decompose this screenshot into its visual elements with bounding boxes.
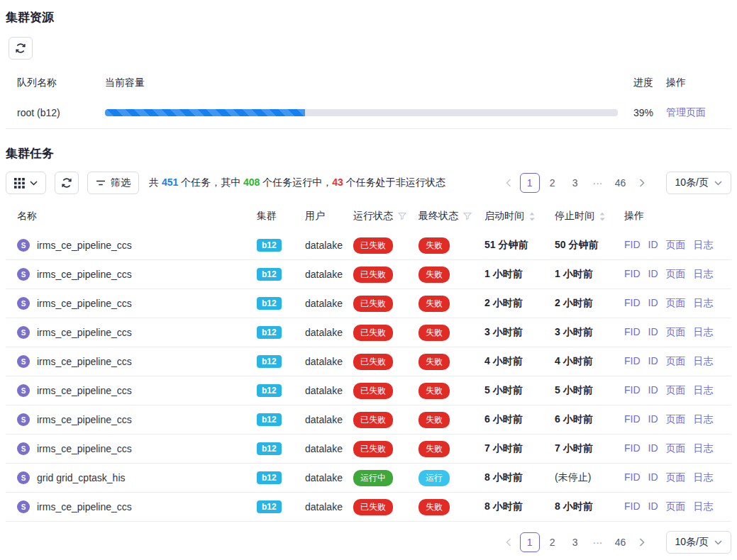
action-link-页面[interactable]: 页面 <box>666 355 686 368</box>
action-link-页面[interactable]: 页面 <box>666 471 686 484</box>
action-link-fid[interactable]: FID <box>624 326 641 339</box>
stop-time-cell: 7 小时前 <box>555 442 624 455</box>
action-link-页面[interactable]: 页面 <box>666 442 686 455</box>
task-avatar: S <box>17 326 30 339</box>
row-actions: FIDID页面日志 <box>624 442 720 455</box>
stop-time-cell: 4 小时前 <box>555 355 624 368</box>
manage-page-link[interactable]: 管理页面 <box>666 106 706 118</box>
page-size-select[interactable]: 10条/页 <box>666 172 731 194</box>
final-status-cell: 失败 <box>419 383 484 399</box>
chevron-left-icon[interactable] <box>500 173 517 193</box>
action-link-id[interactable]: ID <box>648 500 658 513</box>
user-cell: datalake <box>305 356 353 367</box>
task-avatar: S <box>17 297 30 310</box>
action-link-fid[interactable]: FID <box>624 384 641 397</box>
page-button-2[interactable]: 2 <box>543 532 563 552</box>
action-link-id[interactable]: ID <box>648 384 658 397</box>
action-link-日志[interactable]: 日志 <box>694 442 714 455</box>
user-cell: datalake <box>305 472 353 483</box>
start-time-cell: 5 小时前 <box>484 384 555 397</box>
stats-label: 个任务运行中， <box>260 177 332 188</box>
start-time: 6 小时前 <box>484 413 523 425</box>
sort-icon[interactable] <box>599 212 605 221</box>
action-link-fid[interactable]: FID <box>624 500 641 513</box>
action-link-页面[interactable]: 页面 <box>666 384 686 397</box>
page-button-46[interactable]: 46 <box>611 173 631 193</box>
final-status-badge: 失败 <box>419 237 450 254</box>
action-link-页面[interactable]: 页面 <box>666 500 686 513</box>
action-link-页面[interactable]: 页面 <box>666 413 686 426</box>
action-link-id[interactable]: ID <box>648 355 658 368</box>
action-link-页面[interactable]: 页面 <box>666 239 686 252</box>
action-link-日志[interactable]: 日志 <box>694 326 714 339</box>
chevron-down-icon <box>30 181 38 186</box>
action-link-id[interactable]: ID <box>648 413 658 426</box>
col-progress: 进度 <box>633 77 666 89</box>
action-link-日志[interactable]: 日志 <box>694 239 714 252</box>
run-status-cell: 已失败 <box>353 237 419 254</box>
action-link-fid[interactable]: FID <box>624 413 641 426</box>
action-link-id[interactable]: ID <box>648 326 658 339</box>
run-status-badge: 已失败 <box>353 441 393 457</box>
task-avatar: S <box>17 413 30 426</box>
tasks-refresh-button[interactable] <box>55 172 79 194</box>
header-label: 集群 <box>257 210 277 223</box>
funnel-filter-icon[interactable] <box>463 212 472 220</box>
filter-button[interactable]: 筛选 <box>87 172 139 194</box>
task-name-cell: Sirms_ce_pipeline_ccs <box>17 297 257 310</box>
page-button-3[interactable]: 3 <box>565 532 585 552</box>
action-link-fid[interactable]: FID <box>624 239 641 252</box>
action-link-id[interactable]: ID <box>648 268 658 281</box>
row-actions: FIDID页面日志 <box>624 500 720 513</box>
action-link-日志[interactable]: 日志 <box>694 297 714 310</box>
task-name: irms_ce_pipeline_ccs <box>37 414 132 425</box>
action-link-日志[interactable]: 日志 <box>694 268 714 281</box>
stop-time-cell: 3 小时前 <box>555 326 624 339</box>
action-link-id[interactable]: ID <box>648 239 658 252</box>
cluster-badge: b12 <box>257 442 282 455</box>
action-link-页面[interactable]: 页面 <box>666 268 686 281</box>
action-link-日志[interactable]: 日志 <box>694 500 714 513</box>
chevron-left-icon[interactable] <box>500 532 517 552</box>
stop-time: 3 小时前 <box>555 326 593 337</box>
action-link-id[interactable]: ID <box>648 442 658 455</box>
stop-time: 6 小时前 <box>555 413 593 425</box>
columns-dropdown-button[interactable] <box>6 172 46 194</box>
action-link-fid[interactable]: FID <box>624 268 641 281</box>
chevron-right-icon[interactable] <box>633 532 650 552</box>
chevron-right-icon[interactable] <box>633 173 650 193</box>
action-link-fid[interactable]: FID <box>624 442 641 455</box>
page-button-1[interactable]: 1 <box>520 532 540 552</box>
action-link-日志[interactable]: 日志 <box>694 413 714 426</box>
run-status-cell: 已失败 <box>353 354 419 370</box>
action-link-fid[interactable]: FID <box>624 471 641 484</box>
funnel-filter-icon[interactable] <box>398 212 406 220</box>
action-link-id[interactable]: ID <box>648 297 658 310</box>
cluster-badge: b12 <box>257 268 282 281</box>
header-label: 用户 <box>305 210 325 223</box>
user-cell: datalake <box>305 501 353 513</box>
page-size-select[interactable]: 10条/页 <box>666 531 731 554</box>
action-link-日志[interactable]: 日志 <box>694 355 714 368</box>
chevron-down-icon <box>714 540 722 545</box>
header-cell-最终状态: 最终状态 <box>419 210 484 223</box>
final-status-cell: 失败 <box>419 267 484 283</box>
action-link-日志[interactable]: 日志 <box>694 384 714 397</box>
page-button-46[interactable]: 46 <box>611 532 631 552</box>
user-cell: datalake <box>305 385 353 396</box>
action-link-日志[interactable]: 日志 <box>694 471 714 484</box>
action-link-fid[interactable]: FID <box>624 297 641 310</box>
page-button-2[interactable]: 2 <box>543 173 563 193</box>
action-link-id[interactable]: ID <box>648 471 658 484</box>
action-link-fid[interactable]: FID <box>624 355 641 368</box>
action-link-页面[interactable]: 页面 <box>666 326 686 339</box>
resources-refresh-button[interactable] <box>9 37 33 60</box>
final-status-badge: 失败 <box>419 383 450 399</box>
page-button-1[interactable]: 1 <box>520 173 540 193</box>
cluster-cell: b12 <box>257 500 305 513</box>
page-button-3[interactable]: 3 <box>565 173 585 193</box>
action-link-页面[interactable]: 页面 <box>666 297 686 310</box>
refresh-icon <box>61 177 72 189</box>
sort-icon[interactable] <box>529 212 535 221</box>
header-label: 运行状态 <box>353 210 393 223</box>
